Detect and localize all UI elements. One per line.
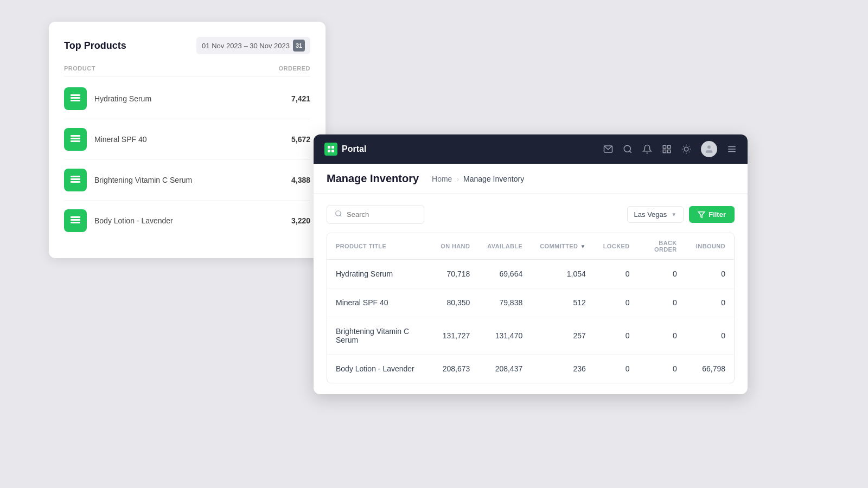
date-range-text: 01 Nov 2023 – 30 Nov 2023 [202, 42, 290, 50]
row-locked-3: 0 [595, 355, 639, 383]
product-icon-1 [64, 128, 87, 151]
breadcrumb-current: Manage Inventory [463, 175, 524, 183]
toolbar-right: Las Vegas ▼ Filter [627, 206, 735, 223]
calendar-icon: 31 [293, 40, 305, 52]
row-committed-2: 257 [531, 317, 595, 355]
product-row: Mineral SPF 40 5,672 [64, 119, 310, 160]
row-product-name-2: Brightening Vitamin C Serum [327, 317, 431, 355]
product-icon-2 [64, 169, 87, 191]
breadcrumb: Home › Manage Inventory [432, 175, 524, 183]
svg-line-27 [689, 152, 690, 152]
toolbar: Las Vegas ▼ Filter [327, 205, 735, 224]
svg-rect-13 [331, 146, 334, 149]
navbar-brand: Portal [324, 143, 597, 156]
breadcrumb-separator: › [456, 175, 459, 183]
row-backorder-2: 0 [639, 317, 686, 355]
svg-rect-7 [71, 181, 80, 183]
th-locked: LOCKED [595, 233, 639, 260]
inventory-table: PRODUCT TITLE ON HAND AVAILABLE COMMITTE… [327, 233, 735, 383]
inv-table: PRODUCT TITLE ON HAND AVAILABLE COMMITTE… [327, 233, 734, 383]
row-locked-1: 0 [595, 288, 639, 317]
row-onhand-0: 70,718 [431, 260, 479, 288]
grid-icon[interactable] [662, 144, 672, 154]
product-left-0: Hydrating Serum [64, 87, 151, 110]
svg-rect-0 [71, 97, 80, 99]
sun-icon[interactable] [681, 144, 691, 154]
portal-window: Portal [314, 134, 748, 394]
svg-rect-15 [331, 150, 334, 152]
svg-line-30 [683, 152, 684, 152]
product-ordered-0: 7,421 [291, 94, 310, 103]
svg-rect-5 [71, 135, 80, 137]
product-ordered-1: 5,672 [291, 135, 310, 144]
th-committed[interactable]: COMMITTED ▼ [531, 233, 595, 260]
location-value: Las Vegas [634, 210, 667, 219]
svg-line-31 [689, 146, 690, 146]
top-products-list: Hydrating Serum 7,421 Mineral SPF 40 5,6… [64, 79, 310, 241]
svg-rect-10 [71, 222, 80, 223]
svg-line-18 [629, 151, 631, 152]
menu-icon[interactable] [727, 144, 737, 154]
navbar-icons [603, 141, 737, 157]
top-products-card: Top Products 01 Nov 2023 – 30 Nov 2023 3… [49, 22, 326, 258]
row-locked-0: 0 [595, 260, 639, 288]
product-left-2: Brightening Vitamin C Serum [64, 169, 192, 191]
svg-rect-3 [71, 138, 80, 139]
svg-marker-38 [698, 211, 705, 217]
bell-icon[interactable] [642, 144, 652, 154]
avatar[interactable] [701, 141, 717, 157]
product-icon-svg [69, 93, 81, 105]
table-row: Mineral SPF 40 80,350 79,838 512 0 0 0 [327, 288, 734, 317]
inbox-icon[interactable] [603, 144, 613, 154]
row-onhand-3: 208,673 [431, 355, 479, 383]
th-available: AVAILABLE [478, 233, 531, 260]
svg-rect-2 [71, 94, 80, 96]
product-left-1: Mineral SPF 40 [64, 128, 146, 151]
row-inbound-2: 0 [686, 317, 734, 355]
row-available-2: 131,470 [478, 317, 531, 355]
product-ordered-2: 4,388 [291, 176, 310, 184]
svg-rect-11 [71, 216, 80, 218]
card-header: Top Products 01 Nov 2023 – 30 Nov 2023 3… [64, 37, 310, 54]
page-title-bar: Manage Inventory Home › Manage Inventory [314, 164, 748, 194]
svg-point-23 [684, 147, 688, 151]
product-row: Hydrating Serum 7,421 [64, 79, 310, 119]
row-inbound-3: 66,798 [686, 355, 734, 383]
inventory-tbody: Hydrating Serum 70,718 69,664 1,054 0 0 … [327, 260, 734, 383]
row-backorder-3: 0 [639, 355, 686, 383]
location-dropdown[interactable]: Las Vegas ▼ [627, 206, 684, 223]
search-input[interactable] [347, 210, 416, 219]
search-icon [335, 210, 342, 219]
row-product-name-0: Hydrating Serum [327, 260, 431, 288]
svg-rect-1 [71, 100, 80, 101]
svg-rect-8 [71, 176, 80, 177]
th-product-title: PRODUCT TITLE [327, 233, 431, 260]
inventory-area: Las Vegas ▼ Filter PRODUCT TITLE ON HAND [314, 194, 748, 394]
product-icon-svg [69, 174, 81, 186]
filter-icon [698, 211, 705, 219]
ordered-col-header: ORDERED [278, 65, 310, 72]
date-range-badge[interactable]: 01 Nov 2023 – 30 Nov 2023 31 [196, 37, 310, 54]
search-nav-icon[interactable] [623, 144, 633, 154]
th-on-hand: ON HAND [431, 233, 479, 260]
products-table-header: PRODUCT ORDERED [64, 65, 310, 76]
product-name-1: Mineral SPF 40 [94, 135, 146, 144]
row-inbound-0: 0 [686, 260, 734, 288]
svg-rect-4 [71, 140, 80, 142]
filter-button[interactable]: Filter [689, 206, 735, 223]
search-box[interactable] [327, 205, 424, 224]
product-ordered-3: 3,220 [291, 216, 310, 225]
row-locked-2: 0 [595, 317, 639, 355]
svg-line-26 [683, 146, 684, 146]
svg-rect-19 [663, 145, 666, 148]
sort-icon: ▼ [580, 243, 585, 249]
product-name-2: Brightening Vitamin C Serum [94, 176, 192, 184]
breadcrumb-home[interactable]: Home [432, 175, 452, 183]
row-onhand-1: 80,350 [431, 288, 479, 317]
navbar: Portal [314, 134, 748, 164]
row-backorder-1: 0 [639, 288, 686, 317]
card-title: Top Products [64, 40, 126, 52]
svg-rect-6 [71, 178, 80, 180]
row-product-name-3: Body Lotion - Lavender [327, 355, 431, 383]
chevron-down-icon: ▼ [671, 211, 676, 217]
